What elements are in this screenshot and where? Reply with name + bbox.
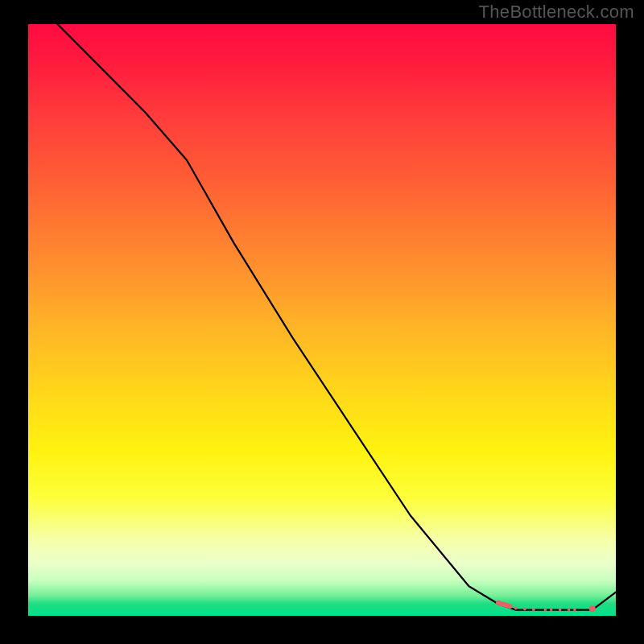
marker-dot [568,609,571,612]
data-line [28,24,616,610]
watermark-label: TheBottleneck.com [479,2,634,23]
marker-dot [550,609,553,612]
chart-overlay [28,24,616,616]
marker-dot [523,608,526,611]
plot-area [28,24,616,616]
marker-dot [509,605,512,608]
chart-frame: TheBottleneck.com [0,0,644,644]
marker-dot [514,606,518,609]
marker-dot [532,608,535,611]
marker-dot [559,609,562,612]
marker-dot [544,609,547,612]
marker-stem [498,603,510,606]
end-dot [589,605,596,612]
marker-dot [573,609,576,612]
